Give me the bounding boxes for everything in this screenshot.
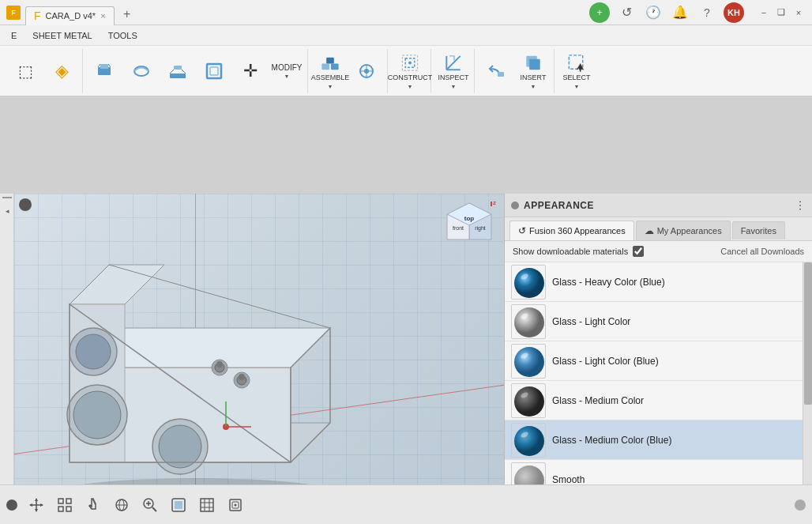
main-area: ◂	[0, 96, 812, 484]
tab-fusion-appearances[interactable]: ↺ Fusion 360 Appearances	[509, 221, 634, 240]
toolbar-btn-undo-insert[interactable]	[479, 51, 514, 91]
bottom-btn-zoom[interactable]	[137, 492, 163, 518]
select-label: SELECT	[562, 74, 590, 82]
panel-expand-icon[interactable]: ⋯	[794, 200, 806, 211]
nav-cube-svg: top right front z	[441, 200, 498, 257]
toolbar-btn-shell[interactable]	[197, 51, 231, 91]
help-icon[interactable]: ?	[697, 2, 717, 23]
svg-rect-26	[529, 58, 540, 70]
bell-icon[interactable]: 🔔	[670, 2, 690, 23]
insert-icon	[523, 53, 543, 73]
svg-line-87	[152, 507, 156, 511]
toolbar-group-inspect: INSPECT ▼	[433, 49, 475, 93]
assemble-label: ASSEMBLE	[311, 74, 350, 82]
bottom-btn-analysis[interactable]	[223, 492, 248, 518]
bottom-btn-snap[interactable]	[52, 492, 77, 518]
panel-header-controls: ⋯	[795, 199, 806, 212]
panel-header: APPEARANCE ⋯	[505, 194, 812, 217]
bottom-btn-grid-display[interactable]	[194, 492, 220, 518]
inspect-dropdown-arrow: ▼	[451, 84, 457, 89]
toolbar-btn-construct[interactable]: CONSTRUCT ▼	[393, 51, 427, 91]
show-downloadable-checkbox[interactable]	[633, 246, 644, 257]
svg-rect-1	[100, 64, 108, 69]
settings-icon: ◈	[55, 62, 69, 80]
bottom-btn-display[interactable]	[166, 492, 191, 518]
material-item[interactable]: Glass - Heavy Color (Blue)	[505, 262, 803, 302]
toolbar-btn-select[interactable]: SELECT ▼	[559, 51, 594, 91]
material-thumbnail	[511, 304, 546, 339]
svg-text:z: z	[493, 200, 496, 206]
bottom-btn-arrows[interactable]	[24, 492, 49, 518]
toolbar-btn-assemble[interactable]: ASSEMBLE ▼	[313, 51, 348, 91]
tab-favorites[interactable]: Favorites	[732, 221, 785, 239]
menu-item-e[interactable]: E	[5, 28, 23, 43]
active-tab[interactable]: F CARA_D v4* ×	[25, 6, 115, 25]
toolbar-btn-move[interactable]: ✛	[233, 51, 268, 91]
maximize-button[interactable]: ❑	[774, 6, 788, 20]
menu-item-tools[interactable]: TOOLS	[102, 28, 144, 43]
panel-tabs: ↺ Fusion 360 Appearances ☁ My Appearance…	[505, 217, 812, 241]
add-button[interactable]: +	[589, 2, 610, 23]
panel-options: Show downloadable materials Cancel all D…	[505, 241, 812, 262]
material-thumbnail	[511, 423, 546, 458]
svg-point-64	[514, 307, 544, 337]
svg-point-36	[73, 391, 121, 439]
svg-rect-24	[498, 72, 504, 77]
cancel-downloads-link[interactable]: Cancel all Downloads	[720, 247, 804, 256]
material-item[interactable]: Glass - Light Color	[505, 302, 803, 341]
toolbar-btn-loft[interactable]	[160, 51, 195, 91]
menu-item-sheet-metal[interactable]: SHEET METAL	[26, 28, 98, 43]
refresh-icon[interactable]: ↺	[616, 2, 637, 23]
toolbar-btn-settings[interactable]: ◈	[44, 51, 79, 91]
minimize-button[interactable]: −	[757, 6, 771, 20]
toolbar-btn-insert[interactable]: INSERT ▼	[516, 51, 551, 91]
svg-point-38	[159, 425, 201, 468]
svg-point-20	[408, 61, 412, 64]
svg-point-43	[216, 361, 223, 368]
svg-rect-79	[58, 499, 63, 503]
material-item[interactable]: Glass - Medium Color	[505, 381, 803, 420]
construct-label: CONSTRUCT	[388, 74, 433, 82]
grid-icon: ⬚	[18, 63, 33, 79]
orbit-icon	[114, 497, 130, 513]
title-bar-left: F F CARA_D v4* × +	[6, 0, 135, 25]
zoom-icon	[142, 497, 158, 513]
material-thumbnail	[511, 344, 546, 379]
bottom-toolbar	[0, 484, 812, 524]
bottom-btn-pan[interactable]	[81, 492, 106, 518]
viewport[interactable]: top right front z	[14, 194, 504, 524]
tab-favorites-label: Favorites	[741, 226, 776, 236]
tab-my-appearances[interactable]: ☁ My Appearances	[636, 221, 731, 240]
toolbar-btn-inspect[interactable]: INSPECT ▼	[436, 51, 471, 91]
user-avatar[interactable]: KH	[724, 2, 744, 23]
scrollbar-thumb[interactable]	[804, 262, 812, 405]
toolbar-btn-joint[interactable]	[349, 51, 384, 91]
svg-point-99	[235, 503, 237, 506]
bottom-right-indicator	[795, 499, 806, 511]
pan-arrows-icon	[28, 497, 44, 513]
nav-cube[interactable]: top right front z	[441, 200, 498, 257]
toolbar-group-assemble: ASSEMBLE ▼	[310, 49, 388, 93]
svg-rect-10	[210, 67, 218, 75]
app-logo: F	[6, 6, 21, 20]
svg-rect-12	[331, 63, 339, 70]
close-button[interactable]: ×	[791, 6, 806, 20]
sidebar-toggle[interactable]: ◂	[3, 207, 11, 215]
tab-close-icon[interactable]: ×	[100, 11, 105, 21]
add-tab-button[interactable]: +	[119, 6, 135, 22]
refresh-tab-icon: ↺	[518, 225, 526, 236]
bottom-btn-orbit[interactable]	[109, 492, 134, 518]
material-item[interactable]: Glass - Medium Color (Blue)	[505, 420, 803, 460]
select-dropdown-arrow: ▼	[574, 84, 580, 89]
toolbar-btn-grid[interactable]: ⬚	[8, 51, 43, 91]
svg-marker-76	[35, 509, 38, 512]
toolbar-btn-modify[interactable]: MODIFY ▼	[269, 51, 304, 91]
material-item[interactable]: Glass - Light Color (Blue)	[505, 341, 803, 381]
clock-icon[interactable]: 🕐	[643, 2, 664, 23]
display-icon	[171, 497, 186, 513]
svg-marker-33	[70, 265, 164, 304]
sidebar-handle	[2, 197, 12, 198]
bottom-indicator	[6, 499, 17, 511]
toolbar-btn-revolve[interactable]	[124, 51, 159, 91]
toolbar-btn-extrude[interactable]	[88, 51, 122, 91]
